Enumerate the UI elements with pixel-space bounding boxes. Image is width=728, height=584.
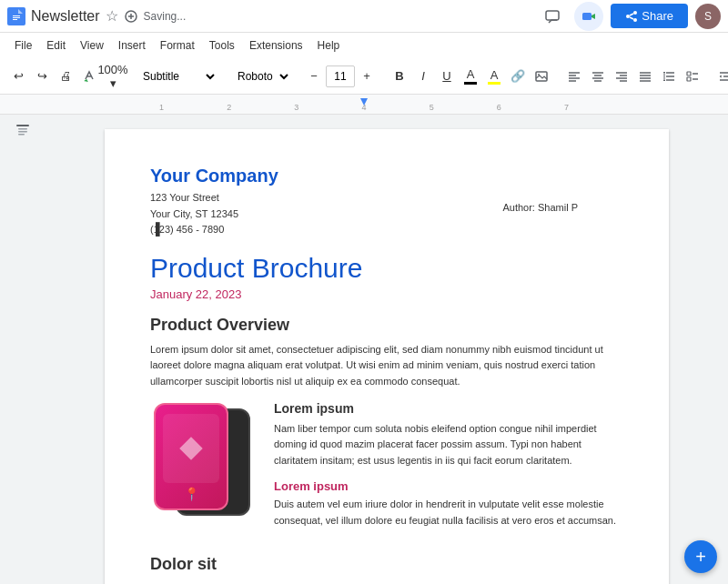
align-left[interactable] bbox=[563, 64, 585, 89]
share-button[interactable]: Share bbox=[611, 4, 688, 28]
svg-rect-30 bbox=[687, 72, 691, 76]
line-spacing[interactable] bbox=[658, 64, 680, 89]
svg-point-8 bbox=[633, 18, 637, 22]
overview-text: Lorem ipsum dolor sit amet, consectetuer… bbox=[150, 342, 623, 390]
star-icon[interactable]: ☆ bbox=[106, 7, 118, 25]
svg-rect-40 bbox=[16, 125, 29, 126]
bold-button[interactable]: B bbox=[389, 64, 410, 89]
company-name: Your Company bbox=[150, 166, 623, 186]
floating-action-button[interactable]: + bbox=[684, 540, 717, 573]
link-button[interactable]: 🔗 bbox=[507, 64, 529, 89]
text-color-button[interactable]: A bbox=[460, 64, 481, 89]
menu-edit[interactable]: Edit bbox=[39, 35, 73, 55]
menu-format[interactable]: Format bbox=[153, 35, 202, 55]
zoom-select[interactable]: 100% ▾ bbox=[102, 64, 124, 89]
company-address: 123 Your Street Your City, ST 12345 (123… bbox=[150, 190, 623, 238]
col-text-right: Lorem ipsum Nam liber tempor cum soluta … bbox=[274, 401, 623, 540]
saving-text: Saving... bbox=[144, 10, 187, 23]
move-icon bbox=[124, 9, 138, 24]
overview-title: Product Overview bbox=[150, 316, 623, 335]
svg-rect-32 bbox=[687, 77, 691, 81]
align-justify[interactable] bbox=[634, 64, 656, 89]
font-size-decrease[interactable]: − bbox=[303, 64, 325, 89]
menu-file[interactable]: File bbox=[7, 35, 39, 55]
document-area: ▌ Your Company 123 Your Street Your City… bbox=[46, 115, 728, 584]
redo-button[interactable]: ↪ bbox=[31, 64, 53, 89]
svg-rect-43 bbox=[18, 134, 25, 136]
menu-view[interactable]: View bbox=[73, 35, 111, 55]
font-size-input[interactable] bbox=[326, 65, 355, 87]
undo-button[interactable]: ↩ bbox=[7, 64, 29, 89]
paragraph-style-select[interactable]: SubtitleNormal textHeading 1 bbox=[135, 65, 218, 88]
title-bar: Newsletter ☆ Saving... Share S bbox=[0, 0, 728, 33]
dolor-section: Dolor sit Lorem ipsum dolor sit amet, co… bbox=[150, 555, 623, 584]
dolor-col-2: aliquam erat volutpat. Ut wisi enim ad m… bbox=[394, 581, 623, 584]
font-size-box: − + bbox=[303, 64, 378, 89]
italic-button[interactable]: I bbox=[412, 64, 434, 89]
underline-button[interactable]: U bbox=[436, 64, 458, 89]
user-avatar[interactable]: S bbox=[695, 4, 721, 29]
document-page: ▌ Your Company 123 Your Street Your City… bbox=[105, 129, 669, 584]
outline-icon[interactable] bbox=[15, 122, 31, 142]
svg-rect-42 bbox=[18, 131, 27, 133]
comments-icon[interactable] bbox=[538, 2, 567, 31]
font-family-select[interactable]: RobotoArial bbox=[229, 65, 292, 88]
main-area: ▌ Your Company 123 Your Street Your City… bbox=[0, 115, 728, 584]
menu-insert[interactable]: Insert bbox=[111, 35, 153, 55]
brochure-title: Product Brochure bbox=[150, 253, 623, 284]
svg-rect-41 bbox=[18, 128, 27, 130]
svg-rect-2 bbox=[13, 19, 17, 20]
menu-help[interactable]: Help bbox=[310, 35, 348, 55]
svg-point-6 bbox=[633, 11, 637, 15]
ruler: 1234567 bbox=[0, 95, 728, 115]
lorem-title-2: Lorem ipsum bbox=[274, 479, 623, 493]
toolbar: ↩ ↪ 🖨 100% ▾ SubtitleNormal textHeading … bbox=[0, 58, 728, 95]
bottom-two-col: Lorem ipsum dolor sit amet, consectetuer… bbox=[150, 581, 623, 584]
lorem-title-1: Lorem ipsum bbox=[274, 401, 623, 416]
svg-rect-1 bbox=[13, 17, 20, 18]
font-size-increase[interactable]: + bbox=[356, 64, 378, 89]
align-right[interactable] bbox=[611, 64, 632, 89]
doc-title: Newsletter bbox=[31, 8, 100, 25]
lorem-body-2: Duis autem vel eum iriure dolor in hendr… bbox=[274, 497, 623, 529]
doc-header: Your Company 123 Your Street Your City, … bbox=[150, 166, 623, 238]
highlight-color-button[interactable]: A bbox=[483, 64, 505, 89]
menu-extensions[interactable]: Extensions bbox=[242, 35, 310, 55]
doc-date: January 22, 2023 bbox=[150, 287, 623, 301]
svg-rect-0 bbox=[13, 15, 20, 16]
svg-rect-4 bbox=[546, 11, 559, 20]
menu-tools[interactable]: Tools bbox=[202, 35, 242, 55]
author-line: Author: Shamil P bbox=[502, 202, 578, 213]
decrease-indent[interactable] bbox=[714, 64, 728, 89]
dolor-title: Dolor sit bbox=[150, 555, 623, 574]
align-center[interactable] bbox=[587, 64, 609, 89]
doc-icon bbox=[7, 7, 25, 25]
dolor-col-1: Lorem ipsum dolor sit amet, consectetuer… bbox=[150, 581, 379, 584]
menu-bar: File Edit View Insert Format Tools Exten… bbox=[0, 33, 728, 58]
title-bar-left: Newsletter ☆ Saving... bbox=[7, 7, 538, 25]
svg-rect-5 bbox=[582, 13, 592, 20]
two-col-section: 📍 Lorem ipsum Nam liber tempor cum solut… bbox=[150, 401, 623, 540]
image-button[interactable] bbox=[531, 64, 552, 89]
phone-image: 📍 bbox=[150, 401, 259, 519]
lorem-body-1: Nam liber tempor cum soluta nobis eleife… bbox=[274, 421, 623, 469]
title-bar-right: Share S bbox=[538, 2, 721, 31]
checklist[interactable] bbox=[682, 64, 703, 89]
svg-point-7 bbox=[626, 15, 630, 18]
print-button[interactable]: 🖨 bbox=[55, 64, 76, 89]
google-meet-icon[interactable] bbox=[574, 2, 603, 31]
sidebar-left bbox=[0, 115, 46, 584]
